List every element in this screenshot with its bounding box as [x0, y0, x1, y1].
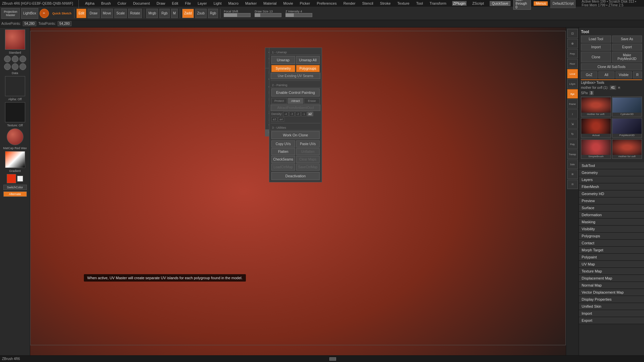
menu-movie[interactable]: Movie — [282, 1, 294, 6]
draw-button[interactable]: Draw — [88, 9, 99, 18]
load-tool-button[interactable]: Load Tool — [581, 36, 611, 43]
menu-stencil[interactable]: Stencil — [361, 1, 374, 6]
section-morph-target[interactable]: Morph Target — [579, 247, 644, 254]
section-displacement-map[interactable]: Displacement Map — [579, 275, 644, 282]
import-button[interactable]: Import — [581, 44, 611, 51]
deactivation-button[interactable]: Deactivation — [271, 172, 320, 180]
tool-thumb-cylinder[interactable]: Cylinder3D — [612, 97, 642, 117]
snap-icon[interactable]: ⊞ — [567, 170, 578, 179]
mrgb-button[interactable]: Mrgb — [146, 9, 158, 18]
menu-stroke[interactable]: Stroke — [379, 1, 392, 6]
m-button[interactable]: M — [171, 9, 178, 18]
poly-icon[interactable]: Poly — [567, 139, 578, 149]
erase-button[interactable]: Erase — [304, 98, 320, 104]
switch-color-button[interactable]: SwitchColor — [3, 185, 27, 190]
section-fibermesh[interactable]: FiberMesh — [579, 183, 644, 190]
section-geometry[interactable]: Geometry — [579, 169, 644, 176]
goz-button[interactable]: GoZ — [581, 71, 597, 78]
tool-thumb-polymesh[interactable]: PolyMesh3D — [612, 118, 642, 138]
background-color[interactable] — [17, 176, 23, 182]
make-polymesh3d-button[interactable]: Make PolyMesh3D — [612, 52, 642, 62]
menu-edit[interactable]: Edit — [171, 1, 179, 6]
menu-layer[interactable]: Layer — [197, 1, 208, 6]
zsub-button[interactable]: Zsub — [195, 9, 207, 18]
menu-render[interactable]: Render — [342, 1, 357, 6]
tool-thumb-mother[interactable]: mother for uvfl: — [581, 97, 611, 117]
section-visibility[interactable]: Visibility — [579, 226, 644, 233]
density-num--1[interactable]: -1 — [301, 112, 307, 116]
brush-dot-6[interactable] — [19, 63, 26, 70]
menu-texture[interactable]: Texture — [396, 1, 411, 6]
perp-icon[interactable]: Perp — [567, 49, 578, 58]
brush-dot-3[interactable] — [19, 56, 26, 62]
density-num--2[interactable]: -2 — [295, 112, 301, 116]
section-texture-map[interactable]: Texture Map — [579, 268, 644, 275]
move-icon[interactable]: ↕ — [567, 109, 578, 119]
menu-light[interactable]: Light — [213, 1, 223, 6]
menu-preferences[interactable]: Preferences — [316, 1, 337, 6]
section-surface[interactable]: Surface — [579, 204, 644, 212]
brush-dot-4[interactable] — [4, 63, 11, 70]
copy-uvs-button[interactable]: Copy UVs — [271, 140, 295, 147]
polygroups-toggle[interactable]: Polygroups — [296, 65, 320, 72]
section-deformation[interactable]: Deformation — [579, 212, 644, 219]
sym-icon[interactable]: LSym — [567, 79, 578, 88]
clear-maps-button[interactable]: Clear Maps — [296, 156, 320, 163]
brush-dot-5[interactable] — [12, 63, 18, 70]
xyz-icon[interactable]: Xyz — [567, 89, 578, 99]
section-contact[interactable]: Contact — [579, 240, 644, 247]
move-button[interactable]: Move — [101, 9, 113, 18]
save-ctrl-map-button[interactable]: SaveCtrlMap — [296, 164, 320, 171]
density-num--4[interactable]: -4 — [283, 112, 288, 116]
enable-control-painting-button[interactable]: Enable Control Painting — [271, 88, 320, 97]
section-masking[interactable]: Masking — [579, 219, 644, 226]
canvas-area[interactable]: When active, UV Master will create separ… — [30, 27, 566, 355]
tool-thumb-mother2[interactable]: mother for uvfl — [612, 139, 642, 159]
zoom-icon[interactable]: ⊕ — [567, 39, 578, 48]
clone-all-subtools-button[interactable]: Clone All SubTools — [581, 63, 642, 70]
edit-button[interactable]: Edit — [76, 9, 86, 18]
work-on-clone-button[interactable]: Work On Clone — [271, 131, 320, 139]
menus-button[interactable]: Menus — [534, 1, 548, 6]
rgb-intensity-button[interactable]: Rgb — [208, 9, 218, 18]
section-export[interactable]: Export — [579, 317, 644, 324]
attract-from-ambient-button[interactable]: AttractFromAmbientOccl — [271, 105, 320, 111]
brush-icon[interactable]: ✏ — [40, 9, 49, 18]
frame-icon[interactable]: Frame — [567, 99, 578, 109]
section-preview[interactable]: Preview — [579, 197, 644, 204]
menu-material[interactable]: Material — [262, 1, 277, 6]
density-num-a4[interactable]: a4 — [278, 117, 284, 122]
floor-icon[interactable]: Floor — [567, 59, 578, 68]
all-button[interactable]: All — [598, 71, 615, 78]
scroll-icon[interactable]: ⊡ — [567, 29, 578, 38]
quicksave-button[interactable]: QuickSave — [490, 1, 511, 6]
save-as-button[interactable]: Save As — [612, 36, 642, 43]
scroll-handle[interactable] — [329, 357, 336, 361]
section-polypaint[interactable]: Polypaint — [579, 254, 644, 261]
density-num--3[interactable]: -3 — [289, 112, 294, 116]
matcap-swatch[interactable] — [7, 128, 23, 145]
section-subtool[interactable]: SubTool — [579, 162, 644, 169]
menu-tool[interactable]: Tool — [415, 1, 424, 6]
section-uv-map[interactable]: UV Map — [579, 261, 644, 268]
transp-icon[interactable]: Transp — [567, 149, 578, 159]
section-normal-map[interactable]: Normal Map — [579, 282, 644, 289]
alpha-swatch[interactable] — [5, 76, 25, 96]
paste-uvs-button[interactable]: Paste UVs — [296, 140, 320, 147]
see-through-button[interactable]: See-through 0 — [513, 0, 531, 10]
export-button[interactable]: Export — [612, 44, 642, 51]
density-num-a2[interactable]: a2 — [307, 112, 313, 116]
texture-swatch[interactable] — [5, 102, 25, 122]
clone-button[interactable]: Clone — [581, 52, 611, 62]
section-geometry-hd[interactable]: Geometry HD — [579, 190, 644, 197]
spause-icon[interactable]: ⊟ — [567, 180, 578, 189]
protect-button[interactable]: Protect — [271, 98, 287, 104]
attract-button[interactable]: Attract — [288, 98, 304, 104]
brush-dot-2[interactable] — [12, 56, 18, 62]
gradient-swatch[interactable] — [5, 151, 25, 168]
use-existing-seams-button[interactable]: Use Existing UV Seams — [271, 73, 320, 79]
local-icon[interactable]: Local — [567, 69, 578, 78]
section-display-properties[interactable]: Display Properties — [579, 296, 644, 303]
section-vector-displacement-map[interactable]: Vector Displacement Map — [579, 289, 644, 296]
menu-macro[interactable]: Macro — [227, 1, 240, 6]
